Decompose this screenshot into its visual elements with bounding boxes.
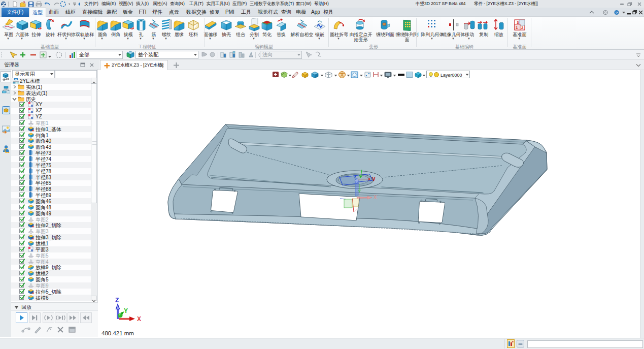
svg-text:Z: Z bbox=[115, 297, 119, 304]
svg-text:X: X bbox=[374, 195, 377, 200]
svg-text:Y: Y bbox=[124, 307, 128, 314]
svg-text:V: V bbox=[372, 176, 376, 182]
svg-text:?: ? bbox=[616, 11, 618, 15]
svg-text:X: X bbox=[137, 315, 141, 323]
